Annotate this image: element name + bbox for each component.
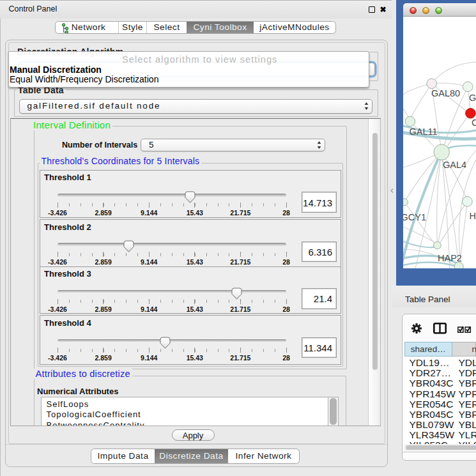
svg-text:H: H	[470, 211, 476, 221]
svg-text:HAP2: HAP2	[438, 253, 462, 263]
svg-text:GAL80: GAL80	[431, 88, 460, 98]
svg-text:GAL11: GAL11	[410, 127, 438, 137]
svg-text:GCY1: GCY1	[403, 212, 426, 222]
svg-text:GAL4: GAL4	[443, 160, 466, 170]
svg-text:GA: GA	[469, 93, 476, 103]
svg-text:C: C	[472, 118, 476, 128]
